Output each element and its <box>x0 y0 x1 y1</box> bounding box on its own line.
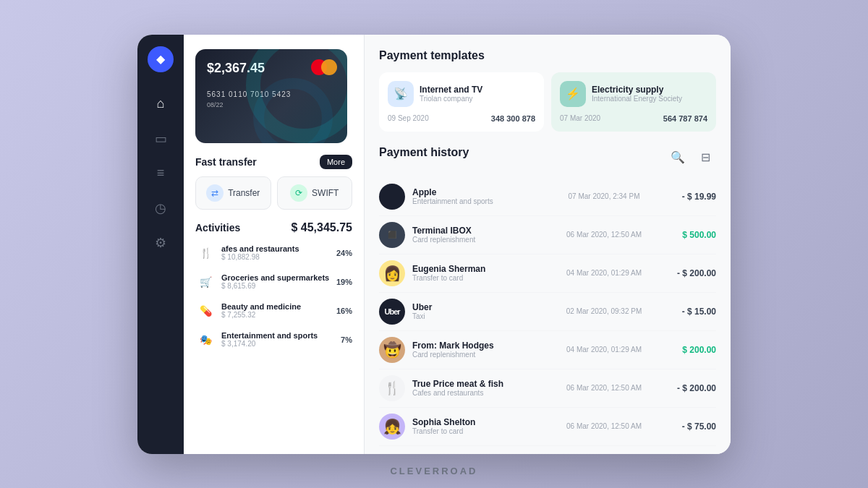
history-date: 02 Mar 2020, 09:32 PM <box>557 307 651 315</box>
history-date: 06 Mar 2020, 12:50 AM <box>557 422 651 430</box>
history-item-ibox: ⬛ Terminal IBOX Card replenishment 06 Ma… <box>379 216 716 254</box>
history-amount: - $ 19.99 <box>658 192 716 202</box>
history-cat: Card replenishment <box>412 236 550 244</box>
history-date: 06 Mar 2020, 12:50 AM <box>557 231 651 239</box>
mastercard-logo <box>311 59 337 75</box>
template-name: Internet and TV <box>420 85 535 95</box>
sidebar: ◆ ⌂ ▭ ≡ ◷ ⚙ <box>137 35 184 454</box>
template-amount: 348 300 878 <box>491 114 535 123</box>
template-sub: Triolan company <box>420 95 535 103</box>
activity-pct: 7% <box>341 335 352 344</box>
history-amount: - $ 75.00 <box>658 421 716 432</box>
activity-name: Groceries and supermarkets <box>221 273 331 282</box>
template-date: 09 Sep 2020 <box>388 114 429 122</box>
history-item-eugenia: 👩 Eugenia Sherman Transfer to card 04 Ma… <box>379 254 716 293</box>
swift-icon: ⟳ <box>290 184 307 202</box>
history-name: From: Mark Hodges <box>412 341 550 351</box>
activities-header: Activities $ 45,345.75 <box>195 221 352 234</box>
history-name: Terminal IBOX <box>412 226 550 236</box>
history-amount: - $ 200.00 <box>658 383 716 393</box>
filter-button[interactable]: ⊟ <box>694 147 716 168</box>
template-date: 07 Mar 2020 <box>560 114 600 122</box>
activity-pct: 19% <box>336 278 352 286</box>
history-item-uber: Uber Uber Taxi 02 Mar 2020, 09:32 PM - $… <box>379 293 716 331</box>
history-cat: Card replenishment <box>412 351 550 359</box>
activity-pct: 16% <box>336 307 352 315</box>
activity-name: Beauty and medicine <box>221 302 331 311</box>
activity-amount: $ 8,615.69 <box>221 282 331 290</box>
avatar-mark: 🤠 <box>379 337 405 363</box>
card-number: 5631 0110 7010 5423 <box>207 90 336 98</box>
transfer-buttons: ⇄ Transfer ⟳ SWIFT <box>195 176 352 210</box>
activity-name: Entertainment and sports <box>221 331 335 340</box>
avatar-trueprice: 🍴 <box>379 375 405 401</box>
history-cat: Transfer to card <box>412 274 550 282</box>
avatar-apple <box>379 184 405 210</box>
history-cat: Transfer to card <box>412 427 550 435</box>
activity-amount: $ 10,882.98 <box>221 253 331 261</box>
beauty-icon: 💊 <box>195 301 216 321</box>
sidebar-logo[interactable]: ◆ <box>148 46 174 72</box>
left-panel: $2,367.45 5631 0110 7010 5423 08/22 Fast… <box>184 35 365 454</box>
activities-title: Activities <box>195 222 240 234</box>
template-card-internet[interactable]: 📡 Internet and TV Triolan company 09 Sep… <box>379 72 544 132</box>
history-header: Payment history 🔍 ⊟ <box>379 146 716 169</box>
sidebar-item-clock[interactable]: ◷ <box>146 194 175 223</box>
history-amount: - $ 15.00 <box>658 307 716 317</box>
history-item-apple: Apple Entertainment and sports 07 Mar 20… <box>379 178 716 216</box>
food-icon: 🍴 <box>195 243 216 263</box>
history-name: Uber <box>412 302 550 312</box>
activity-item: 🎭 Entertainment and sports $ 3,174.20 7% <box>195 330 352 350</box>
history-date: 04 Mar 2020, 01:29 AM <box>557 269 651 277</box>
template-icon-internet: 📡 <box>388 81 414 107</box>
templates-title: Payment templates <box>379 49 716 62</box>
right-panel: Payment templates 📡 Internet and TV Trio… <box>365 35 731 454</box>
avatar-eugenia: 👩 <box>379 260 405 286</box>
avatar-uber: Uber <box>379 299 405 325</box>
history-date: 04 Mar 2020, 01:29 AM <box>557 346 651 354</box>
fast-transfer-title: Fast transfer <box>195 156 257 168</box>
activity-name: afes and restaurants <box>221 244 331 253</box>
more-button[interactable]: More <box>320 155 352 169</box>
history-amount: $ 200.00 <box>658 345 716 355</box>
template-amount: 564 787 874 <box>663 114 707 123</box>
fast-transfer-header: Fast transfer More <box>195 155 352 169</box>
transfer-button[interactable]: ⇄ Transfer <box>195 176 271 210</box>
avatar-ibox: ⬛ <box>379 222 405 248</box>
activity-item: 🛒 Groceries and supermarkets $ 8,615.69 … <box>195 272 352 292</box>
entertainment-icon: 🎭 <box>195 330 216 350</box>
template-name: Electricity supply <box>592 85 707 95</box>
history-item-sophia: 👧 Sophia Shelton Transfer to card 06 Mar… <box>379 408 716 446</box>
bank-card: $2,367.45 5631 0110 7010 5423 08/22 <box>195 49 347 143</box>
templates-row: 📡 Internet and TV Triolan company 09 Sep… <box>379 72 716 132</box>
history-cat: Taxi <box>412 312 550 320</box>
activity-amount: $ 7,255.32 <box>221 311 331 319</box>
history-name: Eugenia Sherman <box>412 264 550 274</box>
main-content: $2,367.45 5631 0110 7010 5423 08/22 Fast… <box>184 35 731 454</box>
sidebar-item-list[interactable]: ≡ <box>146 159 175 188</box>
activities-total: $ 45,345.75 <box>291 221 352 234</box>
sidebar-item-home[interactable]: ⌂ <box>146 90 175 119</box>
activity-pct: 24% <box>336 249 352 257</box>
search-button[interactable]: 🔍 <box>667 147 689 168</box>
history-cat: Cafes and restaurants <box>412 389 550 397</box>
activity-item: 💊 Beauty and medicine $ 7,255.32 16% <box>195 301 352 321</box>
swift-button[interactable]: ⟳ SWIFT <box>277 176 353 210</box>
history-actions: 🔍 ⊟ <box>667 147 716 168</box>
groceries-icon: 🛒 <box>195 272 216 292</box>
mc-orange-circle <box>321 59 337 75</box>
history-name: Apple <box>412 187 550 197</box>
history-item-trueprice: 🍴 True Price meat & fish Cafes and resta… <box>379 369 716 408</box>
history-date: 06 Mar 2020, 12:50 AM <box>557 384 651 392</box>
avatar-sophia: 👧 <box>379 414 405 440</box>
card-expiry: 08/22 <box>207 101 336 108</box>
history-title: Payment history <box>379 146 469 159</box>
template-card-electricity[interactable]: ⚡ Electricity supply International Energ… <box>551 72 716 132</box>
sidebar-item-card[interactable]: ▭ <box>146 124 175 153</box>
history-amount: - $ 200.00 <box>658 268 716 278</box>
history-name: Sophia Shelton <box>412 417 550 427</box>
template-sub: International Energy Society <box>592 95 707 103</box>
activity-item: 🍴 afes and restaurants $ 10,882.98 24% <box>195 243 352 263</box>
brand-footer: CLEVERROAD <box>0 466 868 476</box>
sidebar-item-settings[interactable]: ⚙ <box>146 228 175 257</box>
